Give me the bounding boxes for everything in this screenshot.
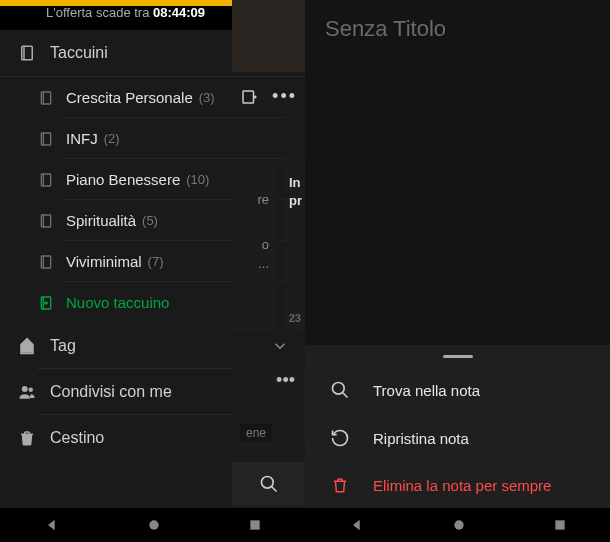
menu-restore-note[interactable]: Ripristina nota (305, 414, 610, 462)
search-icon (329, 380, 351, 400)
notebooks-label: Taccuini (50, 44, 271, 62)
trash-label: Cestino (50, 429, 289, 447)
sidebar-tags[interactable]: Tag (0, 323, 305, 369)
notebook-icon (38, 213, 54, 229)
nav-back-icon[interactable] (44, 517, 60, 533)
notebook-count: (10) (186, 172, 209, 187)
nav-recent-icon[interactable] (553, 518, 567, 532)
offer-time: 08:44:09 (153, 5, 205, 20)
svg-point-13 (333, 383, 345, 395)
people-icon (18, 383, 36, 401)
notebook-count: (7) (148, 254, 164, 269)
sheet-handle[interactable] (443, 355, 473, 358)
svg-point-7 (22, 386, 28, 392)
menu-label: Elimina la nota per sempre (373, 477, 551, 494)
left-screenshot: L'offerta scade tra 08:44:09 Taccuini Cr… (0, 0, 305, 542)
new-notebook-button[interactable]: Nuovo taccuino (0, 282, 305, 323)
notebook-count: (5) (142, 213, 158, 228)
notebook-add-icon (38, 295, 54, 311)
svg-point-14 (454, 520, 463, 529)
notebook-icon (38, 254, 54, 270)
sidebar-shared[interactable]: Condivisi con me (0, 369, 305, 415)
offer-prefix: L'offerta scade tra (46, 5, 153, 20)
notebook-item[interactable]: Crescita Personale (3) (0, 77, 305, 118)
notebook-icon (18, 44, 36, 62)
notebook-label: INFJ (66, 130, 98, 147)
nav-home-icon[interactable] (147, 518, 161, 532)
menu-label: Trova nella nota (373, 382, 480, 399)
android-navbar (0, 508, 305, 542)
notebook-item[interactable]: Spiritualità (5) (0, 200, 305, 241)
nav-recent-icon[interactable] (248, 518, 262, 532)
notebook-label: Crescita Personale (66, 89, 193, 106)
notebook-label: Piano Benessere (66, 171, 180, 188)
notebook-count: (3) (199, 90, 215, 105)
svg-point-8 (29, 388, 34, 393)
sidebar-notebooks-header[interactable]: Taccuini (0, 30, 305, 77)
notebook-label: Spiritualità (66, 212, 136, 229)
sidebar-trash[interactable]: Cestino (0, 415, 305, 461)
trash-icon (18, 429, 36, 447)
sidebar-drawer: Taccuini Crescita Personale (3) INFJ (2)… (0, 30, 305, 508)
nav-back-icon[interactable] (349, 517, 365, 533)
notebook-item[interactable]: Piano Benessere (10) (0, 159, 305, 200)
bottom-sheet-menu: Trova nella nota Ripristina nota Elimina… (305, 345, 610, 508)
android-navbar (305, 508, 610, 542)
menu-delete-forever[interactable]: Elimina la nota per sempre (305, 462, 610, 508)
notebook-list: Crescita Personale (3) INFJ (2) Piano Be… (0, 77, 305, 323)
shared-label: Condivisi con me (50, 383, 289, 401)
offer-countdown: L'offerta scade tra 08:44:09 (0, 0, 305, 30)
notebook-label: Viviminimal (66, 253, 142, 270)
notebook-item[interactable]: Viviminimal (7) (0, 241, 305, 282)
trash-icon (329, 476, 351, 494)
notebook-icon (38, 131, 54, 147)
tags-label: Tag (50, 337, 271, 355)
nav-home-icon[interactable] (452, 518, 466, 532)
menu-find-in-note[interactable]: Trova nella nota (305, 366, 610, 414)
svg-rect-15 (555, 520, 564, 529)
notebook-count: (2) (104, 131, 120, 146)
restore-icon (329, 428, 351, 448)
chevron-down-icon (271, 337, 289, 355)
chevron-up-icon (271, 44, 289, 62)
note-title[interactable]: Senza Titolo (305, 0, 610, 58)
svg-point-11 (149, 520, 158, 529)
new-notebook-label: Nuovo taccuino (66, 294, 169, 311)
menu-label: Ripristina nota (373, 430, 469, 447)
notebook-icon (38, 90, 54, 106)
notebook-item[interactable]: INFJ (2) (0, 118, 305, 159)
notebook-icon (38, 172, 54, 188)
svg-rect-12 (250, 520, 259, 529)
right-screenshot: Senza Titolo Trova nella nota Ripristina… (305, 0, 610, 542)
tag-icon (18, 337, 36, 355)
